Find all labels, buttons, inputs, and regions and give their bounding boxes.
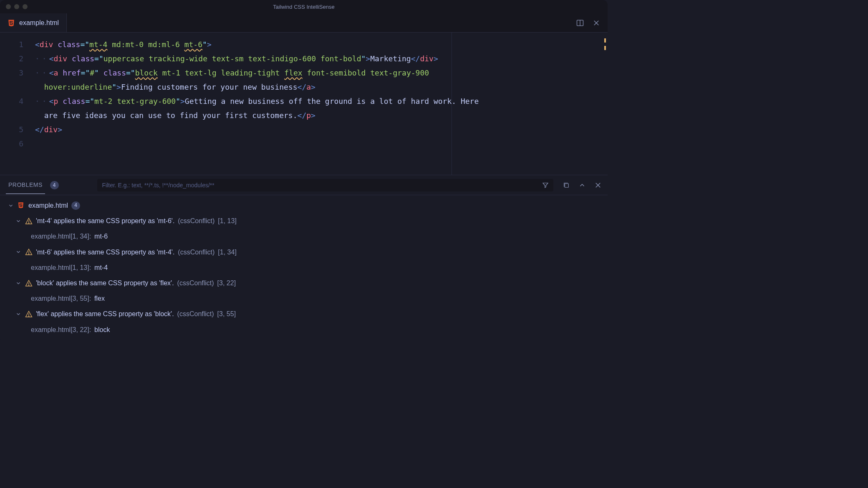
line-number: 4 bbox=[0, 94, 23, 123]
problem-item[interactable]: 'block' applies the same CSS property as… bbox=[0, 275, 608, 291]
panel-actions bbox=[563, 181, 602, 189]
close-tab-icon[interactable] bbox=[593, 19, 600, 27]
problems-panel: PROBLEMS 4 bbox=[0, 175, 608, 342]
related-file: example.html[3, 22]: bbox=[31, 324, 91, 335]
tab-example-html[interactable]: example.html bbox=[0, 13, 67, 32]
chevron-down-icon[interactable] bbox=[8, 203, 14, 209]
problem-related[interactable]: example.html[1, 13]: mt-4 bbox=[0, 260, 608, 275]
close-dot[interactable] bbox=[6, 4, 11, 9]
filter-box[interactable] bbox=[97, 179, 554, 191]
svg-rect-4 bbox=[565, 184, 568, 187]
problem-related[interactable]: example.html[3, 55]: flex bbox=[0, 291, 608, 306]
problem-location: [3, 55] bbox=[217, 308, 236, 319]
filter-icon[interactable] bbox=[542, 181, 549, 189]
problem-item[interactable]: 'mt-6' applies the same CSS property as … bbox=[0, 244, 608, 260]
line-number: 3 bbox=[0, 66, 23, 94]
line-number: 2 bbox=[0, 52, 23, 66]
chevron-down-icon[interactable] bbox=[15, 218, 22, 224]
split-editor-icon[interactable] bbox=[576, 19, 584, 27]
problem-source: (cssConflict) bbox=[177, 277, 214, 289]
problems-count-badge: 4 bbox=[50, 181, 59, 189]
html5-icon bbox=[18, 201, 25, 210]
tab-label: example.html bbox=[19, 19, 59, 27]
problem-message: 'mt-6' applies the same CSS property as … bbox=[36, 247, 174, 258]
tab-bar: example.html bbox=[0, 13, 608, 33]
line-number: 6 bbox=[0, 137, 23, 151]
problem-related[interactable]: example.html[1, 34]: mt-6 bbox=[0, 229, 608, 244]
traffic-lights bbox=[0, 4, 28, 9]
warning-icon bbox=[25, 279, 33, 287]
problem-message: 'flex' applies the same CSS property as … bbox=[36, 308, 174, 319]
related-target: block bbox=[94, 324, 110, 335]
related-target: mt-6 bbox=[94, 231, 108, 242]
chevron-down-icon[interactable] bbox=[15, 280, 22, 286]
app-window: Tailwind CSS IntelliSense example.html 1… bbox=[0, 0, 608, 342]
related-target: flex bbox=[94, 293, 105, 304]
collapse-all-icon[interactable] bbox=[563, 181, 570, 189]
problem-file-name: example.html bbox=[28, 200, 68, 211]
problem-item[interactable]: 'mt-4' applies the same CSS property as … bbox=[0, 213, 608, 229]
problem-location: [1, 34] bbox=[218, 247, 236, 258]
problem-location: [1, 13] bbox=[218, 215, 236, 226]
problem-message: 'mt-4' applies the same CSS property as … bbox=[36, 215, 174, 226]
warning-icon bbox=[25, 217, 33, 225]
svg-point-12 bbox=[28, 284, 29, 285]
warning-icon bbox=[25, 310, 33, 318]
warning-icon bbox=[25, 248, 33, 256]
html5-icon bbox=[8, 19, 15, 27]
problem-source: (cssConflict) bbox=[178, 215, 214, 226]
related-file: example.html[3, 55]: bbox=[31, 293, 91, 304]
chevron-down-icon[interactable] bbox=[15, 311, 22, 317]
editor-ruler bbox=[452, 33, 452, 175]
problem-related[interactable]: example.html[3, 22]: block bbox=[0, 322, 608, 337]
line-number: 1 bbox=[0, 38, 23, 52]
window-title: Tailwind CSS IntelliSense bbox=[0, 4, 608, 10]
file-problem-count-badge: 4 bbox=[71, 201, 80, 210]
code-editor[interactable]: 1 2 3 4 5 6 <div class="mt-4 md:mt-0 md:… bbox=[0, 33, 608, 175]
problem-location: [3, 22] bbox=[217, 277, 236, 289]
problem-source: (cssConflict) bbox=[178, 247, 214, 258]
problem-file-row[interactable]: example.html 4 bbox=[0, 198, 608, 213]
panel-header: PROBLEMS 4 bbox=[0, 175, 608, 195]
overview-ruler bbox=[604, 38, 606, 53]
svg-point-10 bbox=[28, 254, 29, 254]
overview-marker[interactable] bbox=[604, 38, 606, 43]
line-number-gutter: 1 2 3 4 5 6 bbox=[0, 33, 35, 175]
chevron-up-icon[interactable] bbox=[578, 181, 586, 189]
tab-actions bbox=[576, 13, 608, 32]
code-content[interactable]: <div class="mt-4 md:mt-0 md:ml-6 mt-6">·… bbox=[35, 33, 483, 175]
filter-input[interactable] bbox=[101, 181, 542, 189]
problem-source: (cssConflict) bbox=[177, 308, 214, 319]
svg-point-14 bbox=[28, 316, 29, 316]
problems-list[interactable]: example.html 4 'mt-4' applies the same C… bbox=[0, 195, 608, 342]
problem-message: 'block' applies the same CSS property as… bbox=[36, 277, 174, 289]
minimize-dot[interactable] bbox=[14, 4, 19, 9]
related-file: example.html[1, 34]: bbox=[31, 231, 91, 242]
titlebar: Tailwind CSS IntelliSense bbox=[0, 0, 608, 13]
zoom-dot[interactable] bbox=[23, 4, 28, 9]
panel-tab-problems[interactable]: PROBLEMS bbox=[6, 176, 45, 194]
related-file: example.html[1, 13]: bbox=[31, 262, 91, 273]
chevron-down-icon[interactable] bbox=[15, 249, 22, 255]
close-panel-icon[interactable] bbox=[594, 181, 602, 189]
svg-point-8 bbox=[28, 223, 29, 223]
overview-marker[interactable] bbox=[604, 46, 606, 50]
line-number: 5 bbox=[0, 123, 23, 137]
problem-item[interactable]: 'flex' applies the same CSS property as … bbox=[0, 306, 608, 322]
related-target: mt-4 bbox=[94, 262, 108, 273]
